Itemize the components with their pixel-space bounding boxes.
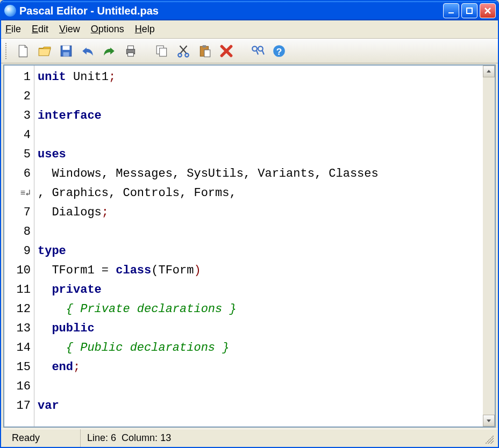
toolbar-grip[interactable] (5, 43, 9, 59)
line-num: 16 (4, 377, 31, 396)
menu-options[interactable]: Options (91, 24, 124, 35)
menu-edit[interactable]: Edit (32, 24, 48, 35)
status-ready: Ready (5, 429, 81, 447)
menubar: File Edit View Options Help (1, 20, 498, 39)
menu-file[interactable]: File (5, 24, 21, 35)
resize-grip-icon[interactable] (483, 433, 494, 444)
line-num: 6 (4, 164, 31, 184)
line-num: 17 (4, 396, 31, 416)
app-icon (4, 5, 16, 17)
svg-rect-6 (128, 46, 134, 49)
scroll-up-icon[interactable] (483, 66, 495, 77)
help-button[interactable]: ? (270, 42, 288, 60)
svg-rect-9 (160, 48, 167, 56)
find-button[interactable] (248, 42, 267, 60)
window: Pascal Editor - Untitled.pas File Edit V… (0, 0, 499, 448)
line-num: 9 (4, 242, 31, 261)
svg-rect-4 (63, 52, 69, 56)
line-num: 7 (4, 203, 31, 222)
open-button[interactable] (35, 42, 54, 60)
line-num: 12 (4, 300, 31, 319)
svg-rect-1 (467, 8, 472, 13)
undo-button[interactable] (79, 42, 97, 60)
print-button[interactable] (122, 42, 140, 60)
titlebar[interactable]: Pascal Editor - Untitled.pas (1, 1, 498, 20)
line-num: 10 (4, 261, 31, 280)
line-gutter: 1 2 3 4 5 6 ≡↲ 7 8 9 10 11 12 13 14 15 1… (4, 66, 34, 427)
svg-rect-0 (448, 12, 454, 13)
line-num: 5 (4, 145, 31, 164)
wrap-marker-icon: ≡↲ (4, 184, 31, 203)
svg-rect-3 (63, 46, 70, 50)
svg-rect-13 (203, 45, 206, 47)
line-num: 8 (4, 222, 31, 242)
toolbar: ? (1, 39, 498, 63)
line-num: 4 (4, 126, 31, 145)
scroll-down-icon[interactable] (483, 415, 495, 427)
line-num: 15 (4, 358, 31, 377)
window-title: Pascal Editor - Untitled.pas (19, 5, 443, 17)
svg-text:?: ? (276, 46, 282, 57)
scroll-track[interactable] (483, 77, 495, 415)
line-num: 2 (4, 87, 31, 106)
line-num: 11 (4, 280, 31, 300)
menu-help[interactable]: Help (135, 24, 155, 35)
maximize-button[interactable] (461, 3, 477, 18)
save-button[interactable] (57, 42, 75, 60)
paste-button[interactable] (196, 42, 214, 60)
svg-point-16 (258, 46, 263, 51)
editor-area: 1 2 3 4 5 6 ≡↲ 7 8 9 10 11 12 13 14 15 1… (3, 64, 496, 428)
minimize-button[interactable] (443, 3, 459, 18)
svg-rect-7 (128, 53, 134, 56)
menu-view[interactable]: View (59, 24, 80, 35)
line-num: 1 (4, 68, 31, 87)
line-num: 14 (4, 338, 31, 358)
new-button[interactable] (14, 42, 32, 60)
svg-point-10 (178, 53, 182, 57)
statusbar: Ready Line: 6 Column: 13 (1, 429, 498, 447)
status-position: Line: 6 Column: 13 (81, 429, 285, 447)
svg-rect-14 (204, 50, 210, 57)
code-editor[interactable]: unit Unit1; interface uses Windows, Mess… (34, 66, 483, 427)
copy-button[interactable] (153, 42, 171, 60)
vertical-scrollbar[interactable] (483, 66, 495, 427)
line-num: 3 (4, 106, 31, 126)
svg-point-11 (185, 53, 189, 57)
line-num: 13 (4, 319, 31, 338)
delete-button[interactable] (217, 42, 236, 60)
close-button[interactable] (480, 3, 496, 18)
svg-point-15 (252, 46, 257, 51)
redo-button[interactable] (100, 42, 118, 60)
cut-button[interactable] (174, 42, 193, 60)
